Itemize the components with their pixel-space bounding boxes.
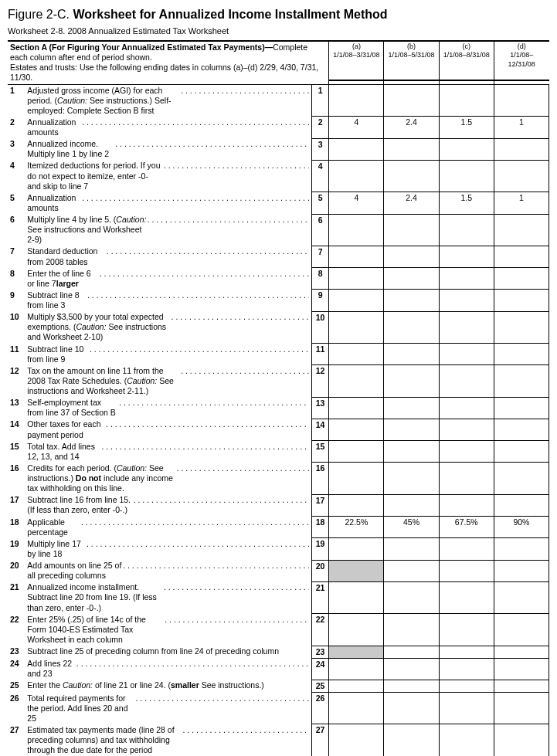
- figure-title: Figure 2-C. Worksheet for Annualized Inc…: [8, 8, 549, 22]
- value-cell: [329, 614, 384, 646]
- line-description: Multiply line 17 by line 18: [25, 538, 311, 560]
- value-cell: 1: [494, 117, 549, 138]
- line-9: 9Subtract line 8 from line 39: [8, 290, 549, 311]
- line-ref: 14: [311, 419, 328, 440]
- value-cell: [494, 560, 549, 581]
- value-cell: [439, 646, 494, 658]
- worksheet-subtitle: Worksheet 2-8. 2008 Annualized Estimated…: [8, 26, 549, 36]
- value-cell: [329, 693, 384, 724]
- value-cell: [494, 84, 549, 117]
- value-cell: [384, 84, 439, 117]
- line-number: 6: [8, 214, 25, 246]
- value-cell: [384, 658, 439, 680]
- line-number: 19: [8, 538, 25, 560]
- value-cell: [494, 311, 549, 343]
- line-number: 11: [8, 344, 25, 365]
- line-description: Add amounts on line 25 of all preceding …: [25, 560, 311, 581]
- line-ref: 22: [311, 614, 328, 646]
- value-cell: [329, 290, 384, 311]
- line-number: 25: [8, 680, 25, 692]
- value-cell: [439, 538, 494, 560]
- line-11: 11Subtract line 10 from line 911: [8, 344, 549, 365]
- value-cell: [384, 344, 439, 365]
- line-20: 20Add amounts on line 25 of all precedin…: [8, 560, 549, 581]
- line-27: 27Estimated tax payments made (line 28 o…: [8, 724, 549, 756]
- value-cell: [494, 724, 549, 756]
- value-cell: [329, 84, 384, 117]
- line-number: 18: [8, 517, 25, 538]
- line-4: 4Itemized deductions for period. If you …: [8, 160, 549, 192]
- line-description: Self-employment tax from line 37 of Sect…: [25, 397, 311, 419]
- line-description: Annualization amounts: [25, 117, 311, 138]
- figure-main: Worksheet for Annualized Income Installm…: [73, 8, 387, 21]
- line-ref: 17: [311, 494, 328, 516]
- value-cell: [384, 646, 439, 658]
- value-cell: [384, 560, 439, 581]
- line-number: 27: [8, 724, 25, 756]
- line-number: 2: [8, 117, 25, 138]
- line-ref: 25: [311, 680, 328, 692]
- line-23: 23Subtract line 25 of preceding column f…: [8, 646, 549, 658]
- value-cell: 1: [494, 192, 549, 214]
- value-cell: [329, 160, 384, 192]
- line-ref: 4: [311, 160, 328, 192]
- value-cell: [439, 614, 494, 646]
- line-description: Subtract line 25 of preceding column fro…: [25, 646, 311, 658]
- line-description: Annualized income installment. Subtract …: [25, 581, 311, 613]
- value-cell: [439, 214, 494, 246]
- line-ref: 24: [311, 658, 328, 680]
- value-cell: 22.5%: [329, 517, 384, 538]
- line-description: Credits for each period. (Caution: See i…: [25, 463, 311, 494]
- value-cell: [494, 290, 549, 311]
- line-ref: 6: [311, 214, 328, 246]
- line-number: 7: [8, 246, 25, 267]
- line-description: Annualization amounts: [25, 192, 311, 214]
- value-cell: [384, 538, 439, 560]
- section-a-header: Section A (For Figuring Your Annualized …: [8, 41, 549, 80]
- line-description: Multiply line 4 by line 5. (Caution: See…: [25, 214, 311, 246]
- value-cell: [439, 84, 494, 117]
- value-cell: [329, 268, 384, 290]
- line-25: 25Enter the Caution: of line 21 or line …: [8, 680, 549, 692]
- value-cell: [329, 581, 384, 613]
- line-18: 18Applicable percentage1822.5%45%67.5%90…: [8, 517, 549, 538]
- line-ref: 15: [311, 441, 328, 463]
- line-6: 6Multiply line 4 by line 5. (Caution: Se…: [8, 214, 549, 246]
- value-cell: [439, 680, 494, 692]
- line-description: Total required payments for the period. …: [25, 693, 311, 724]
- value-cell: 2.4: [384, 192, 439, 214]
- value-cell: [439, 290, 494, 311]
- line-ref: 7: [311, 246, 328, 267]
- line-22: 22Enter 25% (.25) of line 14c of the For…: [8, 614, 549, 646]
- col-b-head: (b)1/1/08–5/31/08: [384, 41, 439, 80]
- value-cell: [384, 138, 439, 160]
- line-number: 24: [8, 658, 25, 680]
- line-ref: 21: [311, 581, 328, 613]
- line-17: 17Subtract line 16 from line 15. (If les…: [8, 494, 549, 516]
- value-cell: [494, 463, 549, 494]
- line-3: 3Annualized income. Multiply line 1 by l…: [8, 138, 549, 160]
- line-ref: 1: [311, 84, 328, 117]
- value-cell: [439, 311, 494, 343]
- section-a-note: Estates and trusts: Use the following en…: [10, 63, 318, 82]
- line-description: Add lines 22 and 23: [25, 658, 311, 680]
- line-ref: 10: [311, 311, 328, 343]
- value-cell: [439, 246, 494, 267]
- value-cell: [494, 397, 549, 419]
- line-ref: 8: [311, 268, 328, 290]
- line-number: 16: [8, 463, 25, 494]
- value-cell: [439, 658, 494, 680]
- value-cell: [494, 138, 549, 160]
- line-19: 19Multiply line 17 by line 1819: [8, 538, 549, 560]
- value-cell: [439, 365, 494, 397]
- line-ref: 16: [311, 463, 328, 494]
- line-ref: 5: [311, 192, 328, 214]
- line-number: 8: [8, 268, 25, 290]
- value-cell: 4: [329, 192, 384, 214]
- line-14: 14Other taxes for each payment period14: [8, 419, 549, 440]
- value-cell: 2.4: [384, 117, 439, 138]
- value-cell: [494, 246, 549, 267]
- line-description: Estimated tax payments made (line 28 of …: [25, 724, 311, 756]
- line-description: Subtract line 8 from line 3: [25, 290, 311, 311]
- value-cell: [494, 160, 549, 192]
